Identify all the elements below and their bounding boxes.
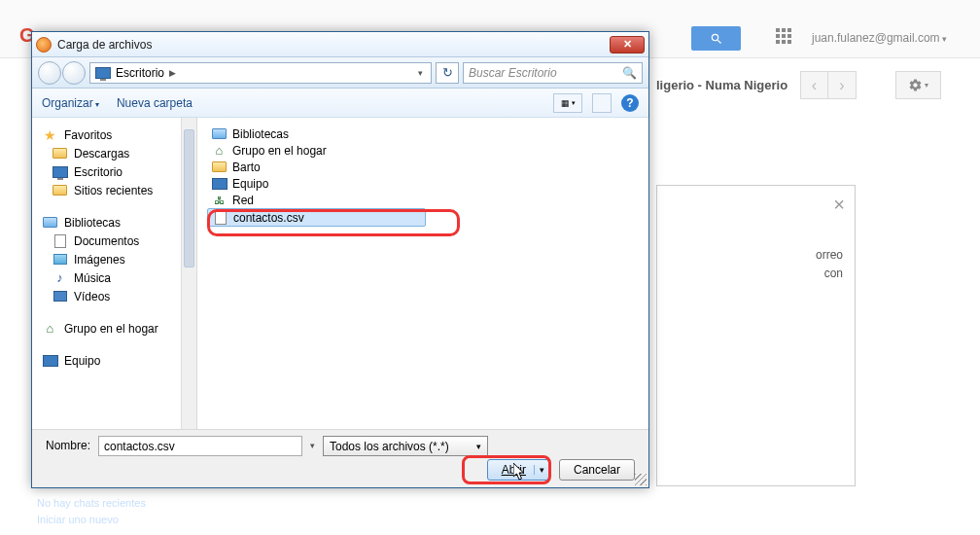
desktop-icon — [95, 67, 111, 79]
document-icon — [54, 234, 66, 248]
chat-footer: No hay chats recientes Iniciar uno nuevo — [37, 495, 146, 527]
filename-input[interactable] — [98, 436, 302, 456]
name-label: Nombre: — [46, 436, 90, 452]
library-icon — [43, 217, 57, 228]
computer-icon — [43, 355, 58, 367]
file-contactos-csv[interactable]: contactos.csv — [207, 208, 426, 227]
sidebar-computer[interactable]: Equipo — [32, 351, 196, 370]
folder-icon — [52, 148, 67, 159]
search-input[interactable]: Buscar Escritorio 🔍 — [463, 62, 643, 84]
file-barto[interactable]: Barto — [207, 159, 639, 175]
search-icon: 🔍 — [622, 66, 637, 80]
organize-menu[interactable]: Organizar — [42, 96, 99, 110]
contact-name: ligerio - Numa Nigerio — [656, 78, 788, 92]
back-button[interactable] — [38, 61, 61, 85]
gear-icon — [908, 78, 923, 92]
file-homegroup[interactable]: ⌂Grupo en el hogar — [207, 142, 639, 159]
image-icon — [53, 254, 67, 265]
titlebar[interactable]: Carga de archivos ✕ — [32, 32, 648, 57]
open-button[interactable]: Abrir▾ — [487, 459, 549, 481]
file-icon — [215, 211, 227, 225]
sidebar: ★Favoritos Descargas Escritorio Sitios r… — [32, 118, 197, 429]
close-button[interactable]: ✕ — [610, 36, 645, 54]
search-button[interactable] — [691, 26, 741, 51]
library-icon — [212, 128, 227, 139]
toolbar: Organizar Nueva carpeta ▦ ? — [32, 89, 648, 118]
forward-button[interactable] — [62, 61, 86, 85]
sidebar-desktop[interactable]: Escritorio — [32, 162, 196, 181]
music-icon: ♪ — [52, 270, 68, 285]
sidebar-music[interactable]: ♪Música — [32, 268, 196, 287]
refresh-button[interactable]: ↻ — [436, 62, 459, 84]
computer-icon — [212, 178, 228, 190]
sidebar-documents[interactable]: Documentos — [32, 232, 196, 250]
desktop-icon — [52, 166, 68, 178]
homegroup-icon: ⌂ — [211, 143, 228, 158]
sidebar-homegroup[interactable]: ⌂Grupo en el hogar — [32, 319, 196, 338]
cancel-button[interactable]: Cancelar — [559, 459, 635, 481]
file-pane[interactable]: Bibliotecas ⌂Grupo en el hogar Barto Equ… — [197, 118, 648, 429]
folder-icon — [52, 185, 67, 196]
sidebar-favorites[interactable]: ★Favoritos — [32, 125, 196, 144]
new-folder-button[interactable]: Nueva carpeta — [117, 96, 192, 110]
file-network[interactable]: 🖧Red — [207, 192, 639, 208]
import-modal: × orreo con — [656, 185, 856, 486]
account-email[interactable]: juan.fulanez@gmail.com — [812, 31, 947, 45]
scrollbar[interactable] — [181, 118, 196, 429]
sidebar-downloads[interactable]: Descargas — [32, 144, 196, 162]
sidebar-recent[interactable]: Sitios recientes — [32, 181, 196, 199]
address-bar: Escritorio ▶ ▾ ↻ Buscar Escritorio 🔍 — [32, 57, 648, 89]
sidebar-images[interactable]: Imágenes — [32, 250, 196, 268]
next-button[interactable]: › — [828, 71, 857, 99]
file-upload-dialog: Carga de archivos ✕ Escritorio ▶ ▾ ↻ Bus… — [31, 31, 649, 488]
nav-buttons: ‹ › — [800, 71, 857, 99]
sidebar-videos[interactable]: Vídeos — [32, 287, 196, 305]
settings-button[interactable] — [895, 71, 941, 99]
breadcrumb[interactable]: Escritorio ▶ ▾ — [89, 62, 432, 84]
prev-button[interactable]: ‹ — [800, 71, 828, 99]
video-icon — [53, 291, 67, 302]
homegroup-icon: ⌂ — [42, 321, 58, 336]
file-libraries[interactable]: Bibliotecas — [207, 125, 639, 142]
search-icon — [710, 32, 723, 46]
sidebar-libraries[interactable]: Bibliotecas — [32, 213, 196, 232]
preview-button[interactable] — [592, 93, 612, 113]
file-computer[interactable]: Equipo — [207, 175, 639, 192]
firefox-icon — [36, 37, 52, 53]
star-icon: ★ — [42, 127, 58, 142]
network-icon: 🖧 — [211, 193, 228, 207]
file-filter-dropdown[interactable]: Todos los archivos (*.*) — [323, 436, 488, 456]
folder-icon — [212, 161, 227, 172]
dialog-title: Carga de archivos — [57, 38, 610, 52]
bottom-bar: Nombre: ▾ Todos los archivos (*.*) Abrir… — [32, 429, 648, 487]
help-button[interactable]: ? — [621, 94, 639, 112]
resize-grip[interactable] — [635, 474, 647, 485]
apps-icon[interactable] — [776, 28, 791, 44]
close-icon[interactable]: × — [833, 194, 845, 216]
view-button[interactable]: ▦ — [553, 93, 582, 113]
